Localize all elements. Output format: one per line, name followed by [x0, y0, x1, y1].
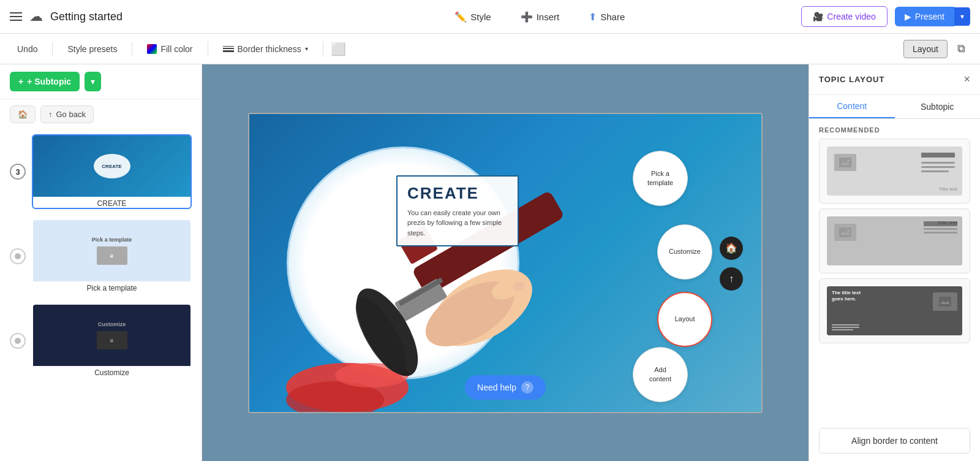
fill-color-label: Fill color	[160, 44, 192, 54]
toolbar-divider-4	[323, 42, 323, 56]
hamburger-menu[interactable]	[10, 12, 22, 21]
layout-thumb-1: Title text	[827, 147, 962, 196]
svg-point-16	[847, 229, 850, 232]
panel-header: TOPIC LAYOUT ×	[809, 64, 980, 95]
insert-label: Insert	[537, 12, 560, 22]
slide-number-3: 3	[10, 164, 26, 180]
circle-layout-label: Layout	[674, 314, 695, 323]
style-presets-button[interactable]: Style presets	[60, 40, 124, 58]
slide-number-5	[10, 333, 26, 349]
plus-icon: +	[18, 77, 23, 86]
slide-item-3[interactable]: 3 CREATE CREATE	[10, 134, 192, 209]
circle-add-label: Addcontent	[649, 365, 671, 383]
insert-nav-btn[interactable]: ➕ Insert	[507, 6, 573, 28]
layout-card-2[interactable]: Title text	[819, 208, 970, 273]
align-border-button[interactable]: Align border to content	[819, 428, 970, 454]
slide-item-4[interactable]: Pick a template 🖥 Pick a template	[10, 219, 192, 294]
layout-image-block-2	[834, 224, 856, 241]
copy-layout-button[interactable]: ⧉	[952, 39, 970, 59]
floating-home-button[interactable]: 🏠	[720, 237, 743, 260]
layout-card-3[interactable]: The title textgoes here.	[819, 278, 970, 343]
toolbar-divider-3	[208, 42, 208, 56]
top-nav: ☁ Getting started ✏️ Style ➕ Insert ⬆ Sh…	[0, 0, 980, 34]
need-help-button[interactable]: Need help ?	[465, 375, 546, 400]
help-question-icon: ?	[521, 381, 533, 394]
layout-dark-title: The title textgoes here.	[832, 290, 861, 303]
style-nav-btn[interactable]: ✏️ Style	[441, 6, 504, 28]
right-panel: TOPIC LAYOUT × Content Subtopic RECOMMEN…	[809, 64, 980, 461]
circle-customize[interactable]: Customize	[657, 224, 712, 280]
monitor-icon: ⬜	[331, 42, 346, 56]
present-label: Present	[915, 12, 944, 21]
slide-list: 3 CREATE CREATE Pick a templ	[0, 129, 202, 461]
circle-layout[interactable]: Layout	[657, 292, 712, 347]
play-icon: ▶	[905, 12, 911, 21]
create-video-button[interactable]: 🎥 Create video	[801, 6, 887, 27]
app-title: Getting started	[50, 10, 123, 23]
cloud-icon: ☁	[29, 9, 43, 25]
recommended-label: RECOMMENDED	[809, 119, 980, 139]
svg-rect-15	[839, 227, 851, 237]
layout-thumb-inner-1: Title text	[827, 147, 962, 196]
border-thickness-button[interactable]: Border thickness ▾	[216, 40, 315, 58]
layout-card-1[interactable]: Title text	[819, 139, 970, 204]
camera-icon: 🎥	[813, 12, 823, 21]
fill-color-swatch	[147, 44, 157, 54]
main-area: + + Subtopic ▾ 🏠 ↑ Go back 3 CREATE	[0, 64, 980, 461]
style-label: Style	[470, 12, 491, 22]
tab-subtopic[interactable]: Subtopic	[895, 95, 981, 118]
layout-dark-image	[933, 292, 957, 311]
sidebar-navigation: 🏠 ↑ Go back	[0, 99, 202, 129]
add-subtopic-dropdown-button[interactable]: ▾	[85, 72, 101, 91]
insert-icon: ➕	[521, 11, 533, 23]
layout-grid: Title text Titl	[809, 139, 980, 421]
create-description: You can easily create your own prezis by…	[407, 208, 508, 238]
slide-number-4	[10, 248, 26, 264]
dropdown-chevron-icon: ▾	[305, 45, 308, 52]
fill-color-button[interactable]: Fill color	[140, 40, 200, 58]
border-lines-icon	[223, 46, 234, 52]
go-back-label: Go back	[56, 110, 86, 119]
floating-back-button[interactable]: ↑	[720, 267, 743, 291]
slide-thumb-inner-3: CREATE	[33, 135, 190, 197]
create-title: CREATE	[407, 184, 508, 203]
svg-point-14	[847, 159, 850, 162]
sidebar-top-actions: + + Subtopic ▾	[0, 64, 202, 99]
undo-button[interactable]: Undo	[10, 40, 45, 58]
layout-thumb-inner-3: The title textgoes here.	[827, 286, 962, 335]
create-box: CREATE You can easily create your own pr…	[396, 175, 519, 247]
circle-add-content[interactable]: Addcontent	[633, 347, 688, 402]
go-back-button[interactable]: ↑ Go back	[40, 105, 94, 123]
home-button[interactable]: 🏠	[10, 105, 36, 123]
slide-thumb-inner-5: Customize 🖥	[33, 305, 190, 366]
slide-thumb-3[interactable]: CREATE CREATE	[32, 134, 192, 209]
add-subtopic-button[interactable]: + + Subtopic	[10, 72, 80, 91]
slide-label-3: CREATE	[33, 199, 190, 208]
canvas-area[interactable]: CREATE You can easily create your own pr…	[202, 64, 809, 461]
present-dropdown-button[interactable]: ▾	[954, 7, 970, 26]
layout-button[interactable]: Layout	[903, 40, 948, 58]
layout-image-placeholder-1	[834, 154, 856, 171]
panel-close-button[interactable]: ×	[963, 73, 970, 86]
present-main-button[interactable]: ▶ Present	[895, 7, 954, 26]
slide-item-5[interactable]: Customize 🖥 Customize	[10, 303, 192, 378]
slide-thumb-5[interactable]: Customize 🖥 Customize	[32, 303, 192, 378]
nav-center: ✏️ Style ➕ Insert ⬆ Share	[441, 6, 638, 28]
circle-pick-label: Pick atemplate	[647, 169, 673, 187]
layout-thumb-2: Title text	[827, 216, 962, 265]
sidebar: + + Subtopic ▾ 🏠 ↑ Go back 3 CREATE	[0, 64, 202, 461]
border-thickness-label: Border thickness	[238, 44, 301, 54]
circle-customize-label: Customize	[669, 247, 701, 256]
tab-content[interactable]: Content	[809, 95, 895, 118]
slide-label-5: Customize	[33, 368, 190, 377]
share-nav-btn[interactable]: ⬆ Share	[575, 6, 638, 28]
toolbar: Undo Style presets Fill color Border thi…	[0, 34, 980, 64]
circle-pick-template[interactable]: Pick atemplate	[633, 151, 688, 206]
slide-thumb-inner-4: Pick a template 🖥	[33, 220, 190, 281]
style-icon: ✏️	[454, 11, 467, 23]
text-lines-1	[921, 153, 955, 172]
share-icon: ⬆	[589, 11, 597, 23]
svg-rect-17	[939, 297, 951, 307]
slide-canvas[interactable]: CREATE You can easily create your own pr…	[248, 113, 763, 413]
slide-thumb-4[interactable]: Pick a template 🖥 Pick a template	[32, 219, 192, 294]
